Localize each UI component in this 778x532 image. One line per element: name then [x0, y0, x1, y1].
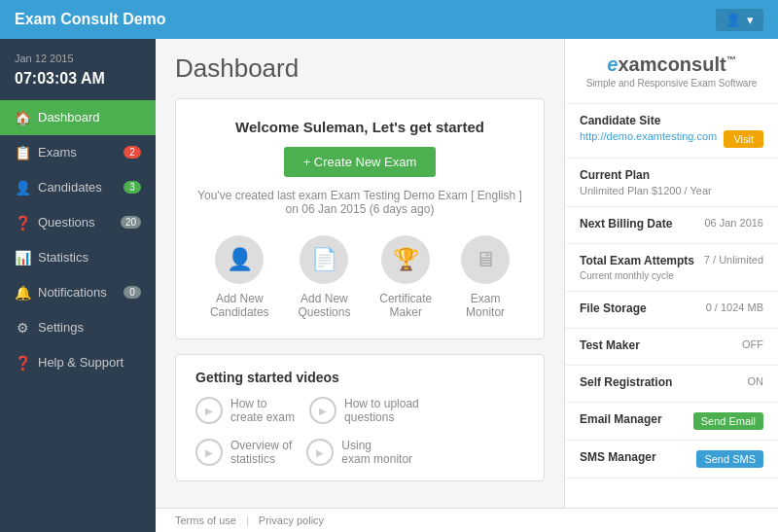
- exam-attempts-value: 7 / Unlimited: [704, 254, 763, 266]
- current-plan-value: Unlimited Plan $1200 / Year: [580, 185, 763, 196]
- sidebar-label-statistics: Statistics: [38, 250, 141, 265]
- ec-tagline: Simple and Responsive Exam Software: [580, 78, 763, 89]
- candidates-icon: 👤: [15, 180, 30, 195]
- sms-manager-label: SMS Manager: [580, 450, 656, 464]
- video-play-icon-upload: ▶: [309, 397, 336, 424]
- quick-action-questions[interactable]: 📄 Add NewQuestions: [298, 235, 350, 319]
- sidebar-label-dashboard: Dashboard: [38, 110, 141, 124]
- questions-badge: 20: [121, 216, 141, 229]
- notifications-icon: 🔔: [15, 285, 30, 301]
- exam-attempts-labels: Total Exam Attempts Current monthly cycl…: [580, 254, 694, 281]
- sidebar-datetime: Jan 12 2015 07:03:03 AM: [0, 39, 156, 100]
- add-questions-icon: 📄: [300, 235, 348, 284]
- send-sms-button[interactable]: Send SMS: [696, 450, 763, 468]
- quick-action-candidates[interactable]: 👤 Add NewCandidates: [210, 235, 269, 319]
- add-candidates-icon: 👤: [215, 235, 264, 284]
- quick-action-label-candidates: Add NewCandidates: [210, 292, 269, 319]
- center-panel: Dashboard Welcome Suleman, Let's get sta…: [156, 39, 564, 508]
- sms-manager-row: SMS Manager Send SMS: [580, 450, 763, 468]
- welcome-box: Welcome Suleman, Let's get started + Cre…: [175, 98, 545, 339]
- notifications-badge: 0: [124, 286, 141, 299]
- visit-button[interactable]: Visit: [724, 130, 763, 148]
- page-title: Dashboard: [175, 53, 545, 84]
- sidebar-item-questions[interactable]: ❓ Questions 20: [0, 205, 156, 240]
- candidate-site-label: Candidate Site: [580, 114, 763, 127]
- video-label-create: How tocreate exam: [230, 397, 295, 424]
- video-item-statistics[interactable]: ▶ Overview ofstatistics: [195, 439, 292, 466]
- main-layout: Jan 12 2015 07:03:03 AM 🏠 Dashboard 📋 Ex…: [0, 39, 778, 532]
- quick-action-label-questions: Add NewQuestions: [298, 292, 350, 319]
- info-row-next-billing: Next Billing Date 06 Jan 2016: [565, 207, 778, 244]
- next-billing-value: 06 Jan 2016: [704, 217, 763, 229]
- create-exam-button[interactable]: + Create New Exam: [284, 147, 437, 177]
- exam-attempts-sublabel: Current monthly cycle: [580, 270, 694, 281]
- sidebar-item-notifications[interactable]: 🔔 Notifications 0: [0, 275, 156, 310]
- quick-action-certificate[interactable]: 🏆 CertificateMaker: [379, 235, 432, 319]
- video-play-icon-monitor: ▶: [306, 439, 334, 466]
- terms-link[interactable]: Terms of use: [175, 514, 236, 526]
- candidate-site-row: http://demo.examtesting.com Visit: [580, 130, 763, 148]
- self-registration-label: Self Registration: [580, 375, 672, 389]
- sidebar-date-label: Jan 12 2015: [15, 51, 141, 67]
- video-item-upload[interactable]: ▶ How to uploadquestions: [309, 397, 419, 424]
- user-icon: 👤: [725, 13, 741, 27]
- quick-actions: 👤 Add NewCandidates 📄 Add NewQuestions 🏆…: [195, 235, 524, 319]
- info-row-current-plan: Current Plan Unlimited Plan $1200 / Year: [565, 159, 778, 207]
- video-play-icon-create: ▶: [195, 397, 223, 424]
- certificate-maker-icon: 🏆: [381, 235, 430, 284]
- sidebar-item-dashboard[interactable]: 🏠 Dashboard: [0, 100, 156, 135]
- sidebar-label-questions: Questions: [38, 215, 113, 230]
- info-row-file-storage: File Storage 0 / 1024 MB: [565, 292, 778, 329]
- settings-icon: ⚙: [15, 320, 30, 336]
- sidebar-label-exams: Exams: [38, 145, 116, 160]
- last-exam-text: You've created last exam Exam Testing De…: [195, 189, 524, 216]
- ec-logo-area: examconsult™ Simple and Responsive Exam …: [565, 39, 778, 104]
- getting-started-title: Getting started videos: [195, 370, 524, 385]
- self-registration-row: Self Registration ON: [580, 375, 763, 392]
- video-item-create[interactable]: ▶ How tocreate exam: [195, 397, 295, 424]
- sidebar-item-help[interactable]: ❓ Help & Support: [0, 345, 156, 380]
- video-list: ▶ How tocreate exam ▶ How to uploadquest…: [195, 397, 524, 466]
- sidebar-item-statistics[interactable]: 📊 Statistics: [0, 240, 156, 275]
- info-row-test-maker: Test Maker OFF: [565, 329, 778, 366]
- info-row-sms-manager: SMS Manager Send SMS: [565, 441, 778, 479]
- ec-logo: examconsult™: [580, 53, 763, 76]
- sidebar-item-settings[interactable]: ⚙ Settings: [0, 310, 156, 345]
- test-maker-value: OFF: [742, 338, 763, 350]
- sidebar-label-candidates: Candidates: [38, 180, 116, 195]
- logo-e: e: [607, 53, 618, 75]
- next-billing-label: Next Billing Date: [580, 217, 672, 231]
- privacy-link[interactable]: Privacy policy: [259, 514, 324, 526]
- info-row-email-manager: Email Manager Send Email: [565, 403, 778, 441]
- candidate-site-url: http://demo.examtesting.com: [580, 130, 717, 142]
- email-manager-label: Email Manager: [580, 412, 662, 426]
- send-email-button[interactable]: Send Email: [693, 412, 763, 430]
- info-row-candidate-site: Candidate Site http://demo.examtesting.c…: [565, 104, 778, 159]
- video-label-upload: How to uploadquestions: [344, 397, 419, 424]
- app-title: Exam Consult Demo: [15, 11, 166, 28]
- candidates-badge: 3: [124, 181, 141, 194]
- footer: Terms of use | Privacy policy: [156, 508, 778, 532]
- video-label-statistics: Overview ofstatistics: [230, 439, 292, 466]
- video-item-monitor[interactable]: ▶ Usingexam monitor: [306, 439, 412, 466]
- right-panel: examconsult™ Simple and Responsive Exam …: [564, 39, 778, 508]
- sidebar-label-settings: Settings: [38, 320, 141, 335]
- sidebar-label-notifications: Notifications: [38, 285, 116, 300]
- file-storage-label: File Storage: [580, 301, 647, 315]
- video-play-icon-statistics: ▶: [195, 439, 223, 466]
- test-maker-label: Test Maker: [580, 338, 640, 352]
- exam-monitor-icon: 🖥: [461, 235, 510, 284]
- video-label-monitor: Usingexam monitor: [341, 439, 412, 466]
- exams-icon: 📋: [15, 145, 30, 160]
- info-row-self-registration: Self Registration ON: [565, 366, 778, 403]
- sidebar-item-exams[interactable]: 📋 Exams 2: [0, 135, 156, 170]
- help-icon: ❓: [15, 355, 30, 371]
- sidebar-item-candidates[interactable]: 👤 Candidates 3: [0, 170, 156, 205]
- logo-text: xamconsult: [618, 53, 725, 75]
- user-menu[interactable]: 👤 ▾: [716, 9, 763, 31]
- sidebar-label-help: Help & Support: [38, 355, 141, 370]
- quick-action-monitor[interactable]: 🖥 ExamMonitor: [461, 235, 510, 319]
- questions-icon: ❓: [15, 215, 30, 231]
- current-plan-label: Current Plan: [580, 168, 763, 182]
- main-body: Dashboard Welcome Suleman, Let's get sta…: [156, 39, 778, 508]
